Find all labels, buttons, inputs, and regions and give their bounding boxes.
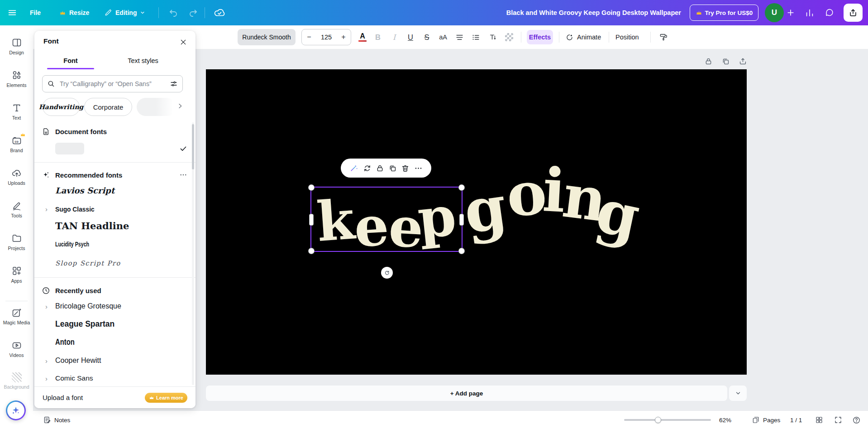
resize-handle-bottom-left[interactable] xyxy=(308,248,315,254)
list-button[interactable] xyxy=(469,25,482,49)
insights-button[interactable] xyxy=(805,0,815,25)
copy-style-button[interactable] xyxy=(657,25,670,49)
magic-edit-button[interactable] xyxy=(349,164,358,173)
resize-handle-right[interactable] xyxy=(459,214,464,226)
redo-button[interactable] xyxy=(188,0,199,25)
more-options-button[interactable] xyxy=(414,164,423,173)
delete-element-button[interactable] xyxy=(401,164,410,173)
panel-scrollbar-thumb[interactable] xyxy=(192,124,194,169)
resize-handle-left[interactable] xyxy=(309,214,314,226)
export-page-button[interactable] xyxy=(739,57,747,66)
font-row-lavios-script[interactable]: Lavios Script xyxy=(34,183,196,198)
font-row-sloop-script-pro[interactable]: Sloop Script Pro xyxy=(34,256,196,270)
zoom-slider-track[interactable] xyxy=(624,419,711,421)
expand-chevron-icon[interactable]: › xyxy=(45,357,48,365)
spacing-button[interactable] xyxy=(486,25,498,49)
chips-scroll-right-button[interactable] xyxy=(176,102,184,110)
font-size-value[interactable]: 125 xyxy=(316,34,336,41)
design-title[interactable]: Black and White Groovy Keep Going Deskto… xyxy=(506,0,681,25)
font-row-sugo-classic[interactable]: › Sugo Classic xyxy=(34,202,196,216)
undo-button[interactable] xyxy=(168,0,179,25)
add-page-dropdown-button[interactable] xyxy=(729,386,747,401)
sidebar-item-uploads[interactable]: Uploads xyxy=(0,168,33,197)
sidebar-item-elements[interactable]: Elements xyxy=(0,70,33,99)
upload-font-button[interactable]: Upload a font xyxy=(43,394,145,401)
font-search-input[interactable] xyxy=(59,80,166,88)
more-options-icon[interactable] xyxy=(179,171,187,179)
pages-toggle-button[interactable]: Pages xyxy=(752,411,780,429)
sidebar-item-apps[interactable]: Apps xyxy=(0,265,33,294)
regenerate-button[interactable] xyxy=(363,164,372,173)
filter-chip-handwriting[interactable]: Handwriting xyxy=(43,98,80,116)
strikethrough-button[interactable]: S xyxy=(420,25,433,49)
expand-chevron-icon[interactable]: › xyxy=(45,205,48,213)
share-button[interactable] xyxy=(844,4,863,22)
tools-icon xyxy=(11,200,22,211)
design-page[interactable]: keepgoing xyxy=(206,69,747,375)
resize-button[interactable]: Resize xyxy=(59,0,89,25)
font-row-cooper-hewitt[interactable]: › Cooper Hewitt xyxy=(34,353,196,368)
resize-handle-top-left[interactable] xyxy=(308,184,315,191)
tab-font[interactable]: Font xyxy=(34,53,107,68)
text-case-button[interactable]: aA xyxy=(437,25,449,49)
alignment-button[interactable] xyxy=(453,25,466,49)
sidebar-item-design[interactable]: Design xyxy=(0,37,33,66)
close-panel-button[interactable] xyxy=(177,36,189,48)
canvas-text[interactable]: keepgoing xyxy=(206,69,747,375)
grid-view-button[interactable] xyxy=(815,411,823,429)
italic-button[interactable]: I xyxy=(388,25,401,49)
expand-chevron-icon[interactable]: › xyxy=(45,303,48,310)
tab-text-styles[interactable]: Text styles xyxy=(107,53,179,68)
fullscreen-button[interactable] xyxy=(834,411,842,429)
zoom-slider-thumb[interactable] xyxy=(655,417,661,423)
transparency-button[interactable] xyxy=(503,25,515,49)
sidebar-item-text[interactable]: Text xyxy=(0,102,33,131)
help-button[interactable] xyxy=(852,411,861,429)
add-page-button[interactable]: + Add page xyxy=(206,386,727,401)
resize-handle-bottom-right[interactable] xyxy=(458,248,465,254)
learn-more-badge[interactable]: Learn more xyxy=(145,393,187,403)
resize-handle-top-right[interactable] xyxy=(458,184,465,191)
hamburger-menu-button[interactable] xyxy=(7,0,17,25)
animate-button[interactable]: Animate xyxy=(565,25,601,49)
bold-button[interactable]: B xyxy=(372,25,384,49)
underline-button[interactable]: U xyxy=(404,25,417,49)
sidebar-item-background[interactable]: Background xyxy=(0,372,33,401)
try-pro-button[interactable]: Try Pro for US$0 xyxy=(690,5,758,21)
font-row-tan-headline[interactable]: TAN Headline xyxy=(34,218,196,233)
notes-button[interactable]: Notes xyxy=(43,411,70,429)
effects-button[interactable]: Effects xyxy=(527,30,553,44)
sidebar-item-magic-media[interactable]: Magic Media xyxy=(0,307,33,336)
sidebar-item-brand[interactable]: co Brand xyxy=(0,135,33,164)
save-status-button[interactable] xyxy=(214,0,225,25)
rotate-handle[interactable] xyxy=(381,267,393,279)
font-family-selector[interactable]: Rundeck Smooth xyxy=(238,29,296,45)
filter-chip-corporate[interactable]: Corporate xyxy=(84,98,132,116)
add-member-button[interactable] xyxy=(786,0,795,25)
font-row-lucidity-psych[interactable]: Lucidity Psych xyxy=(34,237,196,251)
position-button[interactable]: Position xyxy=(615,25,639,49)
duplicate-element-button[interactable] xyxy=(388,164,397,173)
comments-button[interactable] xyxy=(825,0,835,25)
sidebar-item-projects[interactable]: Projects xyxy=(0,233,33,262)
font-row-league-spartan[interactable]: League Spartan xyxy=(34,317,196,331)
avatar[interactable]: U xyxy=(765,3,784,22)
zoom-level[interactable]: 62% xyxy=(719,411,731,429)
ai-assistant-button[interactable] xyxy=(6,400,26,420)
font-row-bricolage-grotesque[interactable]: › Bricolage Grotesque xyxy=(34,299,196,313)
sidebar-item-tools[interactable]: Tools xyxy=(0,200,33,229)
lock-element-button[interactable] xyxy=(376,164,384,173)
file-menu-button[interactable]: File xyxy=(30,0,41,25)
lock-page-button[interactable] xyxy=(704,57,713,66)
duplicate-page-button[interactable] xyxy=(721,57,730,66)
filter-sliders-icon[interactable] xyxy=(170,80,178,88)
editing-mode-button[interactable]: Editing xyxy=(104,0,145,25)
document-font-row[interactable] xyxy=(34,141,196,156)
decrease-size-button[interactable]: − xyxy=(302,33,316,41)
font-row-anton[interactable]: Anton xyxy=(34,335,196,349)
sidebar-item-videos[interactable]: Videos xyxy=(0,340,33,369)
text-color-button[interactable]: A xyxy=(356,25,369,49)
font-row-comic-sans[interactable]: › Comic Sans xyxy=(34,371,196,386)
increase-size-button[interactable]: + xyxy=(336,33,351,41)
expand-chevron-icon[interactable]: › xyxy=(45,375,48,382)
